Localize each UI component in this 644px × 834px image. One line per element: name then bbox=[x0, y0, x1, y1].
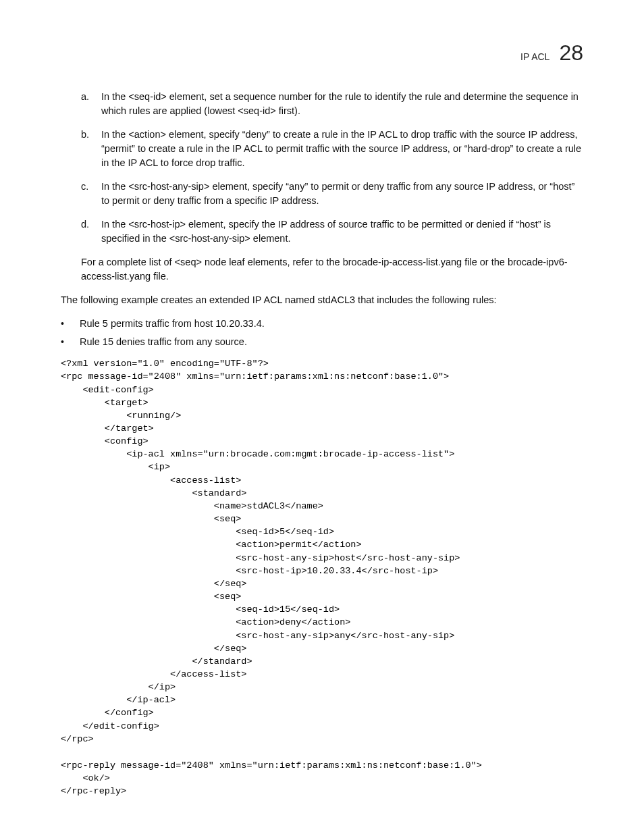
example-intro: The following example creates an extende… bbox=[61, 293, 583, 307]
step-text: In the <src-host-any-sip> element, speci… bbox=[101, 180, 583, 208]
bullet-icon: • bbox=[61, 335, 70, 349]
alpha-step-list: a. In the <seq-id> element, set a sequen… bbox=[81, 90, 583, 246]
rule-item: • Rule 5 permits traffic from host 10.20… bbox=[61, 317, 583, 331]
step-item: d. In the <src-host-ip> element, specify… bbox=[81, 217, 583, 246]
header-section: IP ACL bbox=[520, 51, 549, 62]
step-marker: b. bbox=[81, 128, 93, 170]
step-marker: c. bbox=[81, 180, 93, 208]
rule-item: • Rule 15 denies traffic from any source… bbox=[61, 335, 583, 349]
rule-text: Rule 5 permits traffic from host 10.20.3… bbox=[80, 317, 583, 331]
bullet-icon: • bbox=[61, 317, 70, 331]
rule-bullet-list: • Rule 5 permits traffic from host 10.20… bbox=[61, 317, 583, 349]
page-header: IP ACL 28 bbox=[61, 41, 583, 66]
page: IP ACL 28 a. In the <seq-id> element, se… bbox=[0, 0, 644, 834]
step-marker: a. bbox=[81, 90, 93, 118]
page-content: a. In the <seq-id> element, set a sequen… bbox=[61, 90, 583, 798]
code-block-request: <?xml version="1.0" encoding="UTF-8"?> <… bbox=[61, 357, 583, 746]
step-text: In the <src-host-ip> element, specify th… bbox=[101, 217, 583, 246]
note-paragraph: For a complete list of <seq> node leaf e… bbox=[81, 255, 583, 284]
code-block-reply: <rpc-reply message-id="2408" xmlns="urn:… bbox=[61, 759, 583, 798]
step-marker: d. bbox=[81, 217, 93, 246]
rule-text: Rule 15 denies traffic from any source. bbox=[80, 335, 583, 349]
step-text: In the <seq-id> element, set a sequence … bbox=[101, 90, 583, 118]
step-text: In the <action> element, specify “deny” … bbox=[101, 128, 583, 170]
step-item: a. In the <seq-id> element, set a sequen… bbox=[81, 90, 583, 118]
step-item: b. In the <action> element, specify “den… bbox=[81, 128, 583, 170]
header-chapter-number: 28 bbox=[559, 41, 583, 66]
step-item: c. In the <src-host-any-sip> element, sp… bbox=[81, 180, 583, 208]
